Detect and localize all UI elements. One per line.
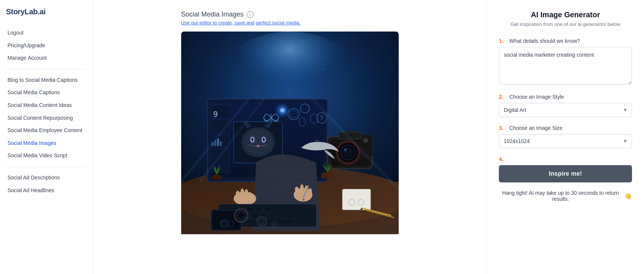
sidebar-item-video-script[interactable]: Social Media Video Script [6,149,87,162]
page-title: Social Media Images [181,11,244,18]
sidebar-item-manage-account[interactable]: Manage Account [6,52,87,65]
step-2-number: 2. [499,93,506,100]
image-size-select[interactable]: 1024x1024 512x512 256x256 1024x512 512x1… [499,134,632,148]
svg-rect-95 [342,189,371,210]
svg-text:?: ? [320,115,323,121]
step-4-number: 4. [499,156,506,162]
info-icon[interactable]: i [247,11,254,18]
sidebar-divider-2 [6,167,87,167]
inspire-button[interactable]: Inspire me! [499,165,632,182]
sidebar-item-content-repurposing[interactable]: Social Content Repurposing [6,112,87,125]
svg-point-64 [300,184,304,194]
svg-point-57 [363,138,368,143]
step-2-label: 2. Choose an Image Style [499,93,632,100]
panel-title: AI Image Generator [499,11,632,19]
wave-icon: 👋 [624,193,632,200]
sidebar-item-social-images[interactable]: Social Media Images [6,137,87,150]
svg-point-20 [251,138,254,142]
svg-point-71 [240,188,244,197]
svg-point-15 [244,130,272,155]
panel-subtitle: Get inspiration from one of our ai gener… [499,21,632,27]
page-subtitle-text: Use our editor to create, save and [181,20,255,26]
step-4: 4. Inspire me! [499,156,632,182]
brand-logo: StoryLab.ai [6,8,87,16]
step-1: 1. What details should we know? social m… [499,38,632,86]
details-textarea[interactable]: social media marketer creating content [499,47,632,84]
svg-text:9: 9 [213,110,218,119]
image-style-select[interactable]: Digital Art Photographic Anime Cinematic… [499,103,632,117]
svg-point-38 [280,108,285,113]
step-2: 2. Choose an Image Style Digital Art Pho… [499,93,632,117]
step-3: 3. Choose an Image Size 1024x1024 512x51… [499,125,632,148]
step-3-label: 3. Choose an Image Size [499,125,632,131]
svg-point-8 [323,68,325,70]
svg-point-21 [263,138,265,142]
sidebar-item-ad-descriptions[interactable]: Social Ad Descriptions [6,172,87,184]
page-title-row: Social Media Images i [181,11,399,18]
main-content: Social Media Images i Use our editor to … [93,0,486,274]
page-subtitle-link[interactable]: perfect social media. [256,20,300,26]
sidebar-item-blog-to-social[interactable]: Blog to Social Media Captions [6,74,87,87]
svg-rect-84 [251,213,258,218]
step-3-text: Choose an Image Size [509,125,563,131]
main-image-container: 9 [181,32,399,236]
main-image: 9 [181,32,399,234]
page-subtitle: Use our editor to create, save and perfe… [181,20,399,26]
svg-point-66 [308,188,312,196]
step-1-number: 1. [499,38,506,44]
step-2-text: Choose an Image Style [509,94,564,100]
step-3-number: 3. [499,125,506,131]
svg-point-72 [245,189,248,198]
sidebar-item-logout[interactable]: Logout [6,27,87,39]
svg-point-73 [248,192,252,200]
svg-rect-45 [220,141,222,146]
step-1-text: What details should we know? [509,38,580,44]
sidebar-item-pricing[interactable]: Pricing/Upgrade [6,39,87,52]
page-header: Social Media Images i Use our editor to … [181,11,399,26]
sidebar-item-social-captions[interactable]: Social Media Captions [6,86,87,99]
svg-rect-78 [247,207,254,212]
svg-point-52 [344,148,347,151]
image-size-wrapper: 1024x1024 512x512 256x256 1024x512 512x1… [499,134,632,148]
sidebar-account-section: Logout Pricing/Upgrade Manage Account [6,27,87,65]
svg-rect-79 [255,207,262,212]
right-panel: AI Image Generator Get inspiration from … [486,0,644,274]
sidebar-item-employee-content[interactable]: Social Media Employee Content [6,124,87,137]
sidebar-item-ad-headlines[interactable]: Social Ad Headlines [6,184,87,197]
svg-point-24 [257,145,260,147]
wait-message-text: Hang tight! AI may take up to 30 seconds… [499,190,622,202]
sidebar-item-content-ideas[interactable]: Social Media Content Ideas [6,99,87,112]
sidebar: StoryLab.ai Logout Pricing/Upgrade Manag… [0,0,93,274]
wait-message: Hang tight! AI may take up to 30 seconds… [499,190,632,202]
step-1-label: 1. What details should we know? [499,38,632,44]
sidebar-ad-section: Social Ad Descriptions Social Ad Headlin… [6,172,87,197]
svg-rect-80 [264,207,270,212]
sidebar-nav-section: Blog to Social Media Captions Social Med… [6,74,87,162]
svg-point-94 [239,213,243,218]
image-style-wrapper: Digital Art Photographic Anime Cinematic… [499,103,632,117]
step-4-label: 4. [499,156,632,162]
sidebar-divider-1 [6,69,87,69]
